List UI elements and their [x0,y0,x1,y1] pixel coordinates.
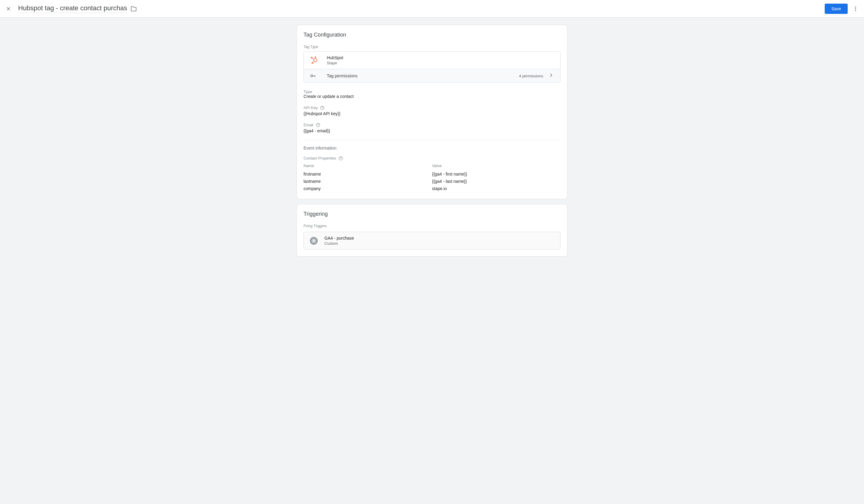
tag-configuration-card: Tag Configuration Tag Type Hu [297,25,567,199]
contact-props-label: Contact Properties [303,156,336,160]
svg-point-5 [314,58,317,62]
triggering-title: Triggering [303,211,561,217]
help-icon[interactable] [316,123,320,127]
props-row: companystape.io [303,185,561,192]
svg-point-11 [311,57,312,58]
prop-value: {{ga4 - first name}} [432,172,561,176]
help-icon[interactable] [339,156,343,160]
svg-point-12 [311,75,313,77]
tag-type-box: HubSpot Stape Tag permissions 4 permissi… [303,51,561,83]
tag-type-row[interactable]: HubSpot Stape [304,52,560,69]
svg-point-2 [855,7,856,7]
prop-value: {{ga4 - last name}} [432,179,561,184]
api-key-label: API Key [303,106,318,110]
props-header-value: Value [432,163,561,168]
tag-name-input[interactable] [18,4,127,13]
close-button[interactable] [5,5,12,12]
help-icon[interactable] [320,106,324,110]
props-row: firstname{{ga4 - first name}} [303,170,561,178]
trigger-name: GA4 - purchase [324,236,354,241]
email-value: {{ga4 - email}} [303,128,561,133]
trigger-row[interactable]: GA4 - purchase Custom [303,232,561,249]
firing-triggers-label: Firing Triggers [303,224,561,228]
tag-permissions-row[interactable]: Tag permissions 4 permissions [304,69,560,83]
tag-type-name: HubSpot [327,55,343,60]
header-bar: Save [0,0,864,17]
save-button[interactable]: Save [825,4,848,14]
folder-button[interactable] [131,6,137,12]
prop-name: firstname [303,172,432,176]
prop-name: lastname [303,179,432,184]
hubspot-icon [310,56,319,65]
folder-icon [131,6,137,12]
type-label: Type [303,89,561,94]
props-header-name: Name [303,163,432,168]
prop-value: stape.io [432,186,561,191]
svg-point-4 [855,10,856,11]
svg-point-3 [855,8,856,9]
triggering-card: Triggering Firing Triggers GA4 - purchas… [297,204,567,257]
api-key-value: {{Hubspot API key}} [303,111,561,116]
key-icon [310,73,316,79]
trigger-custom-icon [310,237,318,245]
tag-config-title: Tag Configuration [303,32,561,38]
svg-point-9 [312,62,313,63]
type-value: Create or update a contact [303,94,561,99]
trigger-type: Custom [324,241,354,246]
tag-type-label: Tag Type [303,45,561,49]
svg-point-23 [313,240,314,242]
permissions-count: 4 permissions [519,74,543,78]
permissions-label: Tag permissions [327,73,519,78]
more-vert-icon [852,6,859,12]
event-info-title: Event information [303,146,561,150]
chevron-right-icon [548,72,554,79]
email-label: Email [303,123,313,127]
close-icon [5,6,12,12]
more-menu-button[interactable] [852,5,859,12]
tag-type-vendor: Stape [327,61,343,65]
props-header: Name Value [303,163,561,168]
svg-point-7 [315,57,316,58]
prop-name: company [303,186,432,191]
props-row: lastname{{ga4 - last name}} [303,178,561,185]
